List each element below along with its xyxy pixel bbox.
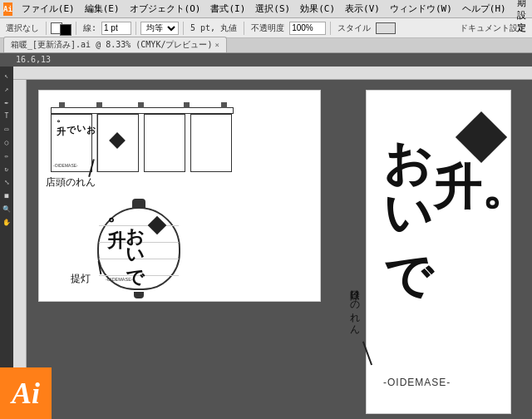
toolbar-selection: 選択なし (3, 22, 42, 35)
label-lantern: 提灯 (71, 272, 91, 286)
noren-clip-5 (221, 102, 227, 108)
menu-bar: Ai ファイル(E) 編集(E) オブジェクト(O) 書式(I) 選択(S) 効… (0, 0, 532, 18)
tool-pen[interactable]: ✒ (1, 96, 12, 108)
tool-hand[interactable]: ✋ (1, 216, 12, 228)
noren-panel-1-text: おいで升。 (57, 119, 96, 130)
ai-logo-main: Ai (0, 367, 52, 419)
noren-diamond (109, 132, 126, 149)
ruler-horizontal (13, 67, 532, 80)
noren-clip-1 (59, 102, 65, 108)
artboard-right: おいで 升。 -OIDEMASE- (366, 90, 511, 414)
right-sub-text: -OIDEMASE- (383, 377, 451, 388)
toolbar-sep-3 (135, 22, 136, 35)
toolbar-sep-6 (330, 22, 331, 35)
tool-brush[interactable]: ✏ (1, 150, 12, 161)
toolbar-style-swatch[interactable] (376, 22, 396, 34)
toolbar-opacity-label: 不透明度 (249, 22, 287, 35)
noren-panel-1-sub: -OIDEMASE- (53, 163, 78, 168)
tab-filename: 箱暖_[更新済み].ai @ 8.33% (CMYK/プレビュー) (11, 39, 212, 51)
tool-rotate[interactable]: ↻ (1, 163, 12, 175)
noren-panel-4 (190, 114, 232, 172)
lantern: おいで升。 -OIDEMASE- (89, 199, 189, 298)
right-diamond (456, 111, 507, 163)
right-panel-text: おいで 升。 (383, 107, 530, 282)
toolbar-style-label: スタイル (335, 22, 373, 35)
toolbar-stroke-label: 線: (81, 22, 99, 35)
menu-help[interactable]: ヘルプ(H) (458, 2, 510, 16)
coord-display: 16.6,13 (13, 55, 53, 64)
menu-file[interactable]: ファイル(E) (17, 2, 79, 16)
right-text-main: おいで (383, 107, 431, 282)
noren-panel-3 (144, 114, 185, 172)
tool-direct-selection[interactable]: ↗ (1, 83, 12, 95)
noren-clip-3 (138, 102, 144, 108)
toolbar-sep-2 (76, 22, 76, 35)
toolbar-stroke-swatch[interactable] (60, 24, 71, 36)
toolbar-sep-5 (244, 22, 244, 35)
menu-view[interactable]: 表示(V) (341, 2, 384, 16)
toolbar-corner-value: 5 pt, 丸値 (188, 22, 239, 35)
ai-logo-menu: Ai (3, 2, 12, 16)
tab-bar: 箱暖_[更新済み].ai @ 8.33% (CMYK/プレビュー) × (0, 38, 532, 53)
tab-document[interactable]: 箱暖_[更新済み].ai @ 8.33% (CMYK/プレビュー) × (3, 37, 227, 52)
menu-object[interactable]: オブジェクト(O) (126, 2, 205, 16)
toolbar-opacity-input[interactable] (289, 22, 326, 35)
ai-logo-text: Ai (12, 376, 40, 411)
toolbar-align-select[interactable]: 均等 (140, 22, 179, 35)
toolbar-sep-4 (183, 22, 184, 35)
tool-gradient[interactable]: ■ (1, 190, 12, 201)
toolbar-sep-1 (46, 22, 47, 35)
tool-panel: ↖ ↗ ✒ T ▭ ○ ✏ ↻ ⤡ ■ 🔍 ✋ (0, 67, 13, 419)
canvas-area[interactable]: おいで升。 -OIDEMASE- 店頭のれん (13, 67, 532, 419)
menu-select[interactable]: 選択(S) (251, 2, 294, 16)
tool-selection[interactable]: ↖ (1, 70, 12, 81)
tool-type[interactable]: T (1, 110, 12, 121)
label-noren: 店頭のれん (46, 175, 96, 190)
noren-diagram: おいで升。 -OIDEMASE- (51, 102, 234, 177)
noren-panel-1: おいで升。 -OIDEMASE- (51, 114, 92, 172)
noren-rod (51, 107, 234, 114)
lantern-knob (134, 292, 144, 298)
label-hinoke: 日除けのれん (347, 283, 362, 329)
menu-effect[interactable]: 効果(C) (296, 2, 339, 16)
noren-clip-4 (184, 102, 190, 108)
toolbar-doc-settings[interactable]: ドキュメント設定 (457, 22, 529, 35)
lantern-sub: -OIDEMASE- (106, 277, 133, 282)
menu-window[interactable]: ウィンドウ(W) (386, 2, 456, 16)
right-masu-text: 升。 (433, 164, 530, 212)
tool-rectangle[interactable]: ▭ (1, 123, 12, 135)
menu-edit[interactable]: 編集(E) (81, 2, 124, 16)
tool-scale[interactable]: ⤡ (1, 176, 12, 188)
toolbar: 選択なし 線: 均等 5 pt, 丸値 不透明度 スタイル ドキュメント設定 (0, 18, 532, 38)
noren-clip-2 (96, 102, 102, 108)
toolbar-stroke-input[interactable] (101, 22, 131, 35)
tool-zoom[interactable]: 🔍 (1, 203, 12, 214)
menu-type[interactable]: 書式(I) (206, 2, 249, 16)
tool-ellipse[interactable]: ○ (1, 136, 12, 148)
right-text-masu: 升。 (433, 111, 530, 212)
lantern-diamond (148, 216, 167, 235)
artboard-main: おいで升。 -OIDEMASE- 店頭のれん (38, 90, 321, 302)
lantern-body: おいで升。 -OIDEMASE- (97, 207, 180, 290)
tab-close-button[interactable]: × (214, 41, 219, 49)
noren-panel-2 (97, 114, 139, 172)
